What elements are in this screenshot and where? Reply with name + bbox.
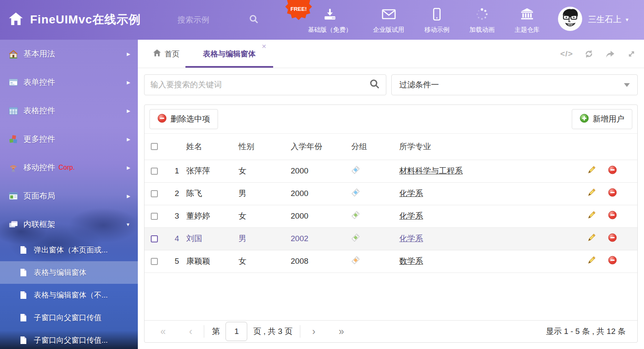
source-code-icon[interactable]: </>: [560, 49, 573, 59]
cell-name: 董婷婷: [186, 205, 238, 227]
tab-grid-edit-window[interactable]: 表格与编辑窗体 ✕: [185, 40, 273, 68]
layout-icon: [8, 191, 19, 201]
tab-label: 表格与编辑窗体: [203, 49, 256, 59]
filter-dropdown[interactable]: 过滤条件一: [391, 74, 638, 95]
sidebar-subitem-child-to-parent-2[interactable]: 子窗口向父窗口传值...: [0, 329, 138, 349]
chevron-down-icon: ▼: [126, 222, 130, 227]
header-search-input[interactable]: [177, 15, 248, 25]
nav-basic-free[interactable]: 基础版（免费）: [299, 8, 361, 34]
row-checkbox[interactable]: [151, 235, 158, 242]
sidebar-item-more-controls[interactable]: 更多控件 ▶: [0, 125, 138, 153]
sidebar-item-form-controls[interactable]: 表单控件 ▶: [0, 68, 138, 97]
nav-enterprise-trial[interactable]: 企业版试用: [365, 8, 413, 34]
major-link[interactable]: 材料科学与工程系: [399, 166, 463, 175]
sidebar-subitem-label: 弹出窗体（本页面或...: [34, 245, 108, 255]
page-number-input[interactable]: [226, 322, 247, 341]
plus-circle-icon: [580, 114, 589, 125]
nav-mobile-demo[interactable]: 移动示例: [416, 8, 458, 34]
sidebar-item-label: 页面布局: [23, 191, 55, 201]
select-all-checkbox[interactable]: [151, 143, 158, 150]
cell-year: 2008: [291, 250, 351, 273]
nav-label: 基础版（免费）: [308, 26, 352, 34]
delete-row-icon[interactable]: [608, 166, 617, 176]
main-area: 首页 表格与编辑窗体 ✕ </>: [138, 40, 644, 349]
edit-pencil-icon[interactable]: [587, 188, 596, 199]
cell-gender: 女: [238, 160, 291, 182]
col-header-major[interactable]: 所学专业: [399, 134, 587, 160]
filter-dropdown-value: 过滤条件一: [399, 79, 439, 90]
file-icon: [19, 313, 29, 322]
chevron-right-icon: ▶: [127, 165, 130, 171]
delete-row-icon[interactable]: [608, 256, 617, 267]
sidebar-item-page-layout[interactable]: 页面布局 ▶: [0, 182, 138, 210]
caret-down-icon: [624, 83, 630, 87]
col-header-gender[interactable]: 性别: [238, 134, 291, 160]
major-link[interactable]: 化学系: [399, 189, 423, 198]
refresh-icon[interactable]: [584, 49, 594, 59]
sidebar-item-label: 表单控件: [23, 77, 55, 88]
delete-selected-button[interactable]: 删除选中项: [150, 109, 218, 129]
col-header-name[interactable]: 姓名: [186, 134, 238, 160]
share-icon[interactable]: [605, 49, 616, 59]
row-checkbox[interactable]: [151, 258, 158, 265]
nav-loading-anim[interactable]: 加载动画: [461, 8, 503, 34]
edit-pencil-icon[interactable]: [587, 256, 596, 267]
row-checkbox[interactable]: [151, 213, 158, 220]
close-icon[interactable]: ✕: [261, 43, 266, 50]
search-icon[interactable]: [369, 79, 380, 91]
row-checkbox[interactable]: [151, 190, 158, 197]
header-search: [177, 13, 267, 27]
delete-row-icon[interactable]: [608, 188, 617, 199]
table-row[interactable]: 2 陈飞 男 2000 化学系: [145, 182, 637, 205]
row-number: 2: [167, 182, 186, 205]
row-checkbox[interactable]: [151, 168, 158, 175]
edit-pencil-icon[interactable]: [587, 166, 596, 176]
sidebar-subitem-grid-edit-window[interactable]: 表格与编辑窗体: [0, 261, 138, 284]
home-tab-icon: [153, 49, 161, 59]
col-header-year[interactable]: 入学年份: [291, 134, 351, 160]
edit-pencil-icon[interactable]: [587, 211, 596, 222]
sidebar-item-mobile-controls[interactable]: 移动控件 Corp. ▶: [0, 153, 138, 182]
major-link[interactable]: 化学系: [399, 234, 423, 243]
tab-label: 首页: [165, 49, 180, 59]
sidebar-subitem-label: 表格与编辑窗体: [34, 267, 86, 278]
row-number: 1: [167, 160, 186, 182]
phone-icon: [433, 8, 441, 23]
major-link[interactable]: 化学系: [399, 211, 423, 220]
sidebar-subitem-grid-edit-window-2[interactable]: 表格与编辑窗体（不...: [0, 284, 138, 306]
add-user-button[interactable]: 新增用户: [572, 109, 632, 129]
grid-panel: 删除选中项 新增用户: [144, 104, 638, 343]
search-icon[interactable]: [248, 14, 259, 26]
sidebar-item-iframe[interactable]: 内联框架 ▼: [0, 210, 138, 239]
nav-theme-store[interactable]: 主题仓库: [506, 8, 548, 34]
delete-row-icon[interactable]: [608, 211, 617, 222]
prev-page-icon[interactable]: ‹: [185, 326, 197, 337]
nav-label: 移动示例: [424, 26, 449, 34]
table-row-selected[interactable]: 4 刘国 男 2002 化学系: [145, 227, 637, 250]
first-page-icon[interactable]: «: [156, 326, 170, 337]
sidebar-subitem-child-to-parent[interactable]: 子窗口向父窗口传值: [0, 306, 138, 329]
table-row[interactable]: 1 张萍萍 女 2000 材料科学与工程系: [145, 160, 637, 182]
expand-icon[interactable]: [626, 49, 636, 59]
last-page-icon[interactable]: »: [335, 326, 348, 337]
sidebar-item-grid-controls[interactable]: 表格控件 ▶: [0, 97, 138, 125]
home-logo-icon[interactable]: [8, 12, 23, 28]
keyword-search-input[interactable]: [150, 80, 369, 89]
sidebar-subitem-popup-window[interactable]: 弹出窗体（本页面或...: [0, 239, 138, 261]
tab-home[interactable]: 首页: [147, 40, 185, 68]
edit-pencil-icon[interactable]: [587, 233, 596, 244]
sidebar-subitem-label: 子窗口向父窗口传值...: [34, 335, 108, 345]
pagination-summary: 显示 1 - 5 条 , 共 12 条: [546, 326, 626, 337]
sidebar-item-basic-usage[interactable]: 基本用法 ▶: [0, 40, 138, 68]
table-row[interactable]: 3 董婷婷 女 2000 化学系: [145, 205, 637, 227]
cubes-icon: [8, 134, 19, 144]
col-header-group[interactable]: 分组: [351, 134, 399, 160]
delete-row-icon[interactable]: [608, 233, 617, 244]
major-link[interactable]: 数学系: [399, 257, 423, 265]
next-page-icon[interactable]: ›: [308, 326, 319, 337]
chevron-right-icon: ▶: [127, 108, 130, 114]
table-row[interactable]: 5 康颖颖 女 2008 数学系: [145, 250, 637, 273]
grid-empty-space: [145, 273, 637, 321]
user-avatar[interactable]: [558, 7, 582, 31]
user-menu[interactable]: 三生石上 ▼: [588, 14, 629, 25]
